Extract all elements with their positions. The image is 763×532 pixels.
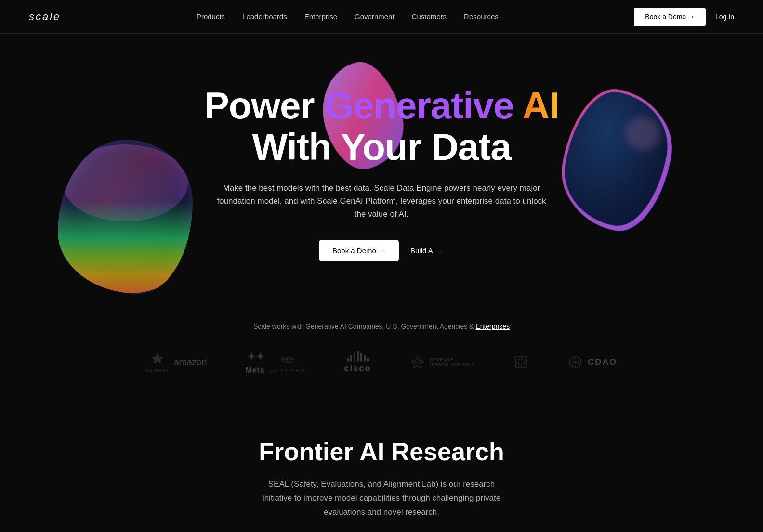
svg-rect-10 xyxy=(518,359,524,365)
hero-title-space xyxy=(514,84,523,127)
nav-government[interactable]: Government xyxy=(355,13,395,21)
frontier-section: Frontier AI Research SEAL (Safety, Evalu… xyxy=(0,399,763,532)
logo-amazon-text: amazon xyxy=(174,357,207,368)
logo-cdao: CDAO xyxy=(567,354,617,370)
nav-actions: Book a Demo → Log In xyxy=(634,8,734,26)
hero-section: Power Generative AI With Your Data Make … xyxy=(0,34,763,303)
openai-icon xyxy=(513,354,529,370)
nav-links: Products Leaderboards Enterprise Governm… xyxy=(197,13,499,21)
blob-left-decoration xyxy=(58,140,193,294)
logo-meta: ✦✦ Meta U.S. AIR FORCE xyxy=(245,350,305,375)
book-demo-nav-button[interactable]: Book a Demo → xyxy=(634,8,706,26)
nav-resources[interactable]: Resources xyxy=(464,13,499,21)
svg-point-17 xyxy=(574,361,577,363)
blob-right-decoration xyxy=(554,84,677,234)
hero-title-power: Power xyxy=(204,84,325,127)
logos-tagline: Scale works with Generative AI Companies… xyxy=(0,323,763,330)
cdao-icon xyxy=(567,354,583,370)
frontier-title: Frontier AI Research xyxy=(96,437,667,466)
hero-title-line2: With Your Data xyxy=(252,126,511,168)
navbar: scale Products Leaderboards Enterprise G… xyxy=(0,0,763,34)
nav-products[interactable]: Products xyxy=(197,13,225,21)
enterprises-link[interactable]: Enterprises xyxy=(475,323,510,330)
nav-customers[interactable]: Customers xyxy=(412,13,447,21)
logos-tagline-text: Scale works with Generative AI Companies… xyxy=(253,323,475,330)
hero-subtitle: Make the best models with the best data.… xyxy=(213,182,550,221)
hero-buttons: Book a Demo → Build AI → xyxy=(204,240,559,261)
logo-openai xyxy=(513,354,529,370)
diu-icon xyxy=(410,354,425,370)
book-demo-hero-button[interactable]: Book a Demo → xyxy=(319,240,399,261)
login-button[interactable]: Log In xyxy=(715,13,734,21)
logo-diu: DEFENSE INNOVATION UNIT xyxy=(410,354,475,370)
logo-amazon: US ARMY amazon xyxy=(146,351,207,373)
meta-icon: ✦✦ xyxy=(247,350,263,365)
hero-title: Power Generative AI With Your Data xyxy=(204,85,559,168)
logos-section: Scale works with Generative AI Companies… xyxy=(0,303,763,399)
logo[interactable]: scale xyxy=(29,11,61,23)
logo-cisco-text: cisco xyxy=(344,363,371,374)
hero-content: Power Generative AI With Your Data Make … xyxy=(204,85,559,261)
hero-title-ai: AI xyxy=(522,84,559,127)
build-ai-button[interactable]: Build AI → xyxy=(410,247,444,255)
svg-marker-0 xyxy=(151,352,163,364)
nav-enterprise[interactable]: Enterprise xyxy=(304,13,337,21)
nav-leaderboards[interactable]: Leaderboards xyxy=(242,13,287,21)
logos-row: US ARMY amazon ✦✦ Meta xyxy=(0,350,763,375)
frontier-description: SEAL (Safety, Evaluations, and Alignment… xyxy=(261,478,502,519)
hero-title-generative: Generative xyxy=(324,84,513,127)
svg-text:✦✦: ✦✦ xyxy=(247,351,263,363)
army-star-icon xyxy=(150,351,165,367)
logo-meta-text: Meta xyxy=(245,366,264,375)
logo-cdao-text: CDAO xyxy=(588,357,617,367)
logo-cisco: cisco xyxy=(344,351,371,374)
airforce-icon xyxy=(280,352,295,367)
